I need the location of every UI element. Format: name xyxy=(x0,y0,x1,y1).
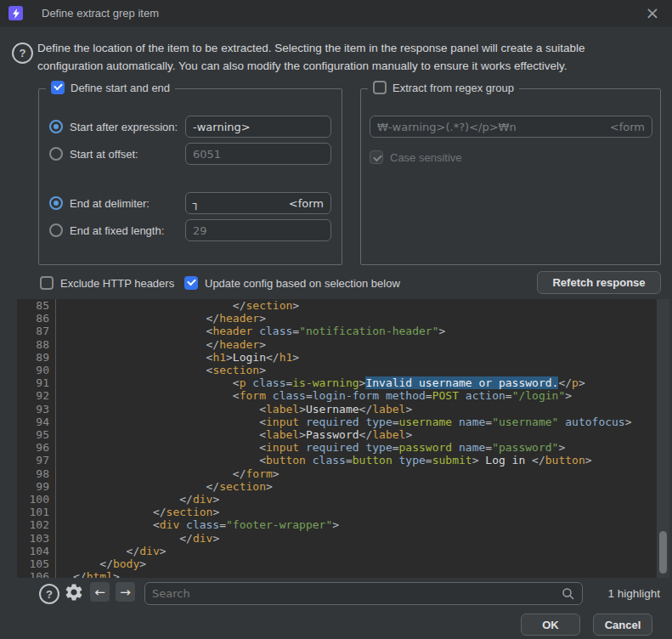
ok-button[interactable]: OK xyxy=(521,614,580,636)
code-text: </div> xyxy=(56,532,219,545)
line-number: 88 xyxy=(17,338,56,351)
case-sensitive-label: Case sensitive xyxy=(390,151,462,164)
line-number: 106 xyxy=(17,570,56,578)
code-line: 100 </div> xyxy=(17,493,657,506)
code-line: 92 <form class=login-form method=POST ac… xyxy=(17,389,657,402)
app-lightning-icon xyxy=(8,6,23,20)
delimiter-value-right: <form xyxy=(289,197,324,210)
panel-help-icon[interactable]: ? xyxy=(39,584,59,604)
end-at-fixed-length-label: End at fixed length: xyxy=(70,224,164,237)
next-highlight-button[interactable]: → xyxy=(116,582,135,602)
code-text: <p class=is-warning>Invalid username or … xyxy=(56,376,585,389)
code-lines: 85 </section>86 </header>87 <header clas… xyxy=(17,299,657,578)
code-line: 96 <input required type=password name="p… xyxy=(17,441,657,454)
code-line: 99 </section> xyxy=(17,480,657,493)
code-text: <h1>Login</h1> xyxy=(56,351,299,364)
code-text: </div> xyxy=(56,493,219,506)
code-text: </div> xyxy=(56,545,167,557)
start-after-expression-label: Start after expression: xyxy=(70,121,178,133)
line-number: 95 xyxy=(17,428,56,441)
exclude-http-headers-label: Exclude HTTP headers xyxy=(60,277,174,290)
define-start-end-group: Define start and end Start after express… xyxy=(38,88,342,265)
line-number: 104 xyxy=(17,545,56,557)
search-input[interactable] xyxy=(152,587,562,600)
code-line: 97 <button class=button type=submit> Log… xyxy=(17,454,657,467)
extract-regex-group: Extract from regex group ₩-warning>(.*?)… xyxy=(360,88,661,265)
line-number: 90 xyxy=(17,364,56,376)
code-text: <input required type=username name="user… xyxy=(56,416,632,428)
code-line: 89 <h1>Login</h1> xyxy=(17,351,657,364)
code-text: <form class=login-form method=POST actio… xyxy=(56,389,572,402)
code-text: <label>Password</label> xyxy=(56,428,412,441)
line-number: 96 xyxy=(17,441,56,454)
response-code-panel[interactable]: 85 </section>86 </header>87 <header clas… xyxy=(17,299,669,578)
update-config-checkbox[interactable] xyxy=(184,276,198,290)
code-line: 87 <header class="notification-header"> xyxy=(17,325,657,337)
end-at-delimiter-label: End at delimiter: xyxy=(70,197,150,210)
code-text: </section> xyxy=(56,506,219,518)
line-number: 99 xyxy=(17,480,56,493)
code-text: </section> xyxy=(56,299,299,312)
line-number: 86 xyxy=(17,312,56,325)
define-start-end-checkbox[interactable] xyxy=(51,81,65,94)
code-vertical-scrollbar xyxy=(657,299,669,578)
dialog-description: Define the location of the item to be ex… xyxy=(37,39,641,75)
start-after-expression-radio[interactable] xyxy=(49,120,63,133)
end-at-fixed-length-radio[interactable] xyxy=(49,223,63,237)
line-number: 97 xyxy=(17,454,56,467)
code-text: <input required type=password name="pass… xyxy=(56,441,565,454)
line-number: 92 xyxy=(17,389,56,402)
exclude-http-headers-checkbox[interactable] xyxy=(40,276,54,290)
code-text: <div class="footer-wrapper"> xyxy=(56,518,339,531)
refetch-response-button[interactable]: Refetch response xyxy=(537,271,661,294)
title-bar: Define extract grep item × xyxy=(0,0,672,26)
code-line: 94 <input required type=username name="u… xyxy=(17,416,657,428)
cancel-button[interactable]: Cancel xyxy=(593,614,652,636)
define-start-end-label: Define start and end xyxy=(71,82,170,94)
code-text: </section> xyxy=(56,480,273,493)
start-at-offset-input xyxy=(193,148,324,161)
line-number: 87 xyxy=(17,325,56,337)
line-number: 102 xyxy=(17,518,56,531)
code-line: 90 <section> xyxy=(17,364,657,376)
start-at-offset-label: Start at offset: xyxy=(70,148,138,161)
description-line2: configuration automatically. You can als… xyxy=(37,57,641,75)
gear-icon[interactable] xyxy=(64,582,84,602)
end-at-delimiter-input[interactable]: ┐ <form xyxy=(185,192,331,214)
line-number: 101 xyxy=(17,506,56,518)
line-number: 91 xyxy=(17,376,56,389)
end-at-delimiter-radio[interactable] xyxy=(49,196,63,210)
line-number: 94 xyxy=(17,416,56,428)
start-after-expression-input[interactable] xyxy=(193,121,324,133)
line-number: 93 xyxy=(17,403,56,416)
update-config-label: Update config based on selection below xyxy=(205,277,400,290)
description-line1: Define the location of the item to be ex… xyxy=(37,39,641,57)
code-text: <label>Username</label> xyxy=(56,403,412,416)
code-line: 103 </div> xyxy=(17,532,657,545)
define-extract-grep-item-dialog: Define extract grep item × ? Define the … xyxy=(0,0,672,639)
search-box xyxy=(144,582,583,605)
code-text: </form> xyxy=(56,467,280,480)
line-number: 105 xyxy=(17,557,56,570)
previous-highlight-button[interactable]: ← xyxy=(90,582,110,602)
start-at-offset-radio[interactable] xyxy=(49,147,63,161)
search-icon[interactable] xyxy=(562,587,575,601)
line-number: 98 xyxy=(17,467,56,480)
code-text: </body> xyxy=(56,557,146,570)
code-line: 102 <div class="footer-wrapper"> xyxy=(17,518,657,531)
regex-pattern-left: ₩-warning>(.*?)</p>₩n xyxy=(377,121,517,133)
regex-pattern-right: <form xyxy=(610,121,645,133)
highlight-count: 1 highlight xyxy=(607,587,660,600)
code-text: <button class=button type=submit> Log in… xyxy=(56,454,592,467)
extract-regex-checkbox[interactable] xyxy=(373,81,387,94)
code-line: 105 </body> xyxy=(17,557,657,570)
case-sensitive-checkbox xyxy=(370,150,383,164)
code-text: </header> xyxy=(56,312,266,325)
scrollbar-thumb[interactable] xyxy=(659,531,667,574)
line-number: 89 xyxy=(17,351,56,364)
code-text: <section> xyxy=(56,364,266,376)
code-line: 106</html> xyxy=(17,570,657,578)
extract-regex-label: Extract from regex group xyxy=(392,82,514,94)
close-icon[interactable]: × xyxy=(643,3,662,22)
dialog-title: Define extract grep item xyxy=(42,7,159,20)
